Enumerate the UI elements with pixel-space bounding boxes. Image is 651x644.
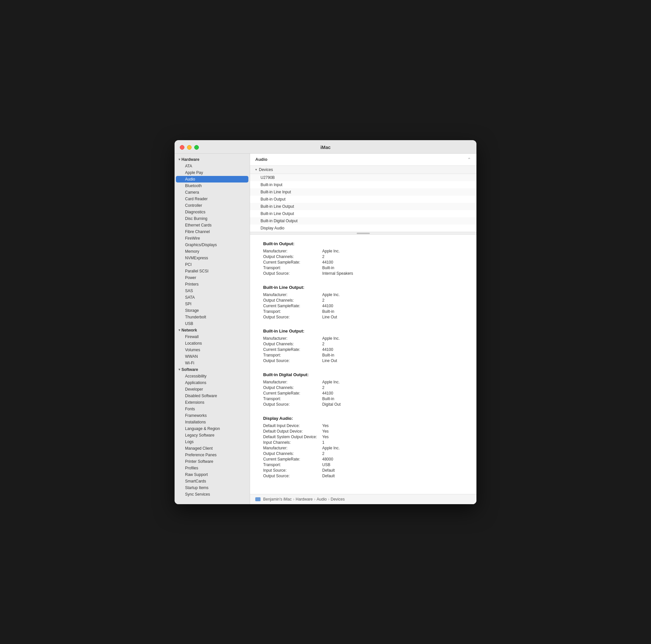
minimize-button[interactable] <box>187 145 192 150</box>
device-item[interactable]: U2790B <box>250 174 476 181</box>
detail-row: Current SampleRate:44100 <box>263 260 463 265</box>
section-header-bar: Audio ⌃ <box>250 154 476 166</box>
detail-label: Default Output Device: <box>263 429 322 434</box>
sidebar-item-sas[interactable]: SAS <box>176 287 248 294</box>
device-item[interactable]: Built-in Input <box>250 181 476 188</box>
detail-section-title: Built-in Line Output: <box>263 329 463 334</box>
sidebar-item-fibre-channel[interactable]: Fibre Channel <box>176 228 248 235</box>
devices-chevron-icon: ▾ <box>255 168 257 171</box>
sidebar-item-frameworks[interactable]: Frameworks <box>176 412 248 419</box>
detail-value: Yes <box>322 429 329 434</box>
sidebar-item-diagnostics[interactable]: Diagnostics <box>176 209 248 215</box>
sidebar-item-graphics-displays[interactable]: Graphics/Displays <box>176 242 248 248</box>
sidebar-item-accessibility[interactable]: Accessibility <box>176 373 248 379</box>
detail-row: Current SampleRate:44100 <box>263 304 463 308</box>
sidebar-item-startup-items[interactable]: Startup Items <box>176 485 248 491</box>
sidebar-item-raw-support[interactable]: Raw Support <box>176 471 248 478</box>
sidebar-section-hardware[interactable]: ▾ Hardware <box>175 156 250 163</box>
detail-value: Built-in <box>322 397 334 401</box>
detail-row: Manufacturer:Apple Inc. <box>263 336 463 341</box>
detail-value: Apple Inc. <box>322 380 340 385</box>
sidebar-item-managed-client[interactable]: Managed Client <box>176 445 248 452</box>
detail-label: Default System Output Device: <box>263 435 322 439</box>
sidebar-item-smartcards[interactable]: SmartCards <box>176 478 248 485</box>
sidebar-item-memory[interactable]: Memory <box>176 248 248 255</box>
detail-value: 44100 <box>322 391 333 396</box>
sidebar-item-ethernet-cards[interactable]: Ethernet Cards <box>176 222 248 228</box>
sidebar-item-locations[interactable]: Locations <box>176 340 248 347</box>
detail-row: Default Input Device:Yes <box>263 423 463 428</box>
detail-label: Manufacturer: <box>263 380 322 385</box>
sidebar-item-sync-services[interactable]: Sync Services <box>176 491 248 498</box>
sidebar-item-preference-panes[interactable]: Preference Panes <box>176 452 248 458</box>
maximize-button[interactable] <box>194 145 199 150</box>
sidebar-section-network[interactable]: ▾ Network <box>175 327 250 334</box>
sidebar-item-thunderbolt[interactable]: Thunderbolt <box>176 314 248 320</box>
devices-list: U2790BBuilt-in InputBuilt-in Line InputB… <box>250 174 476 232</box>
sidebar-item-printer-software[interactable]: Printer Software <box>176 458 248 465</box>
device-item[interactable]: Built-in Output <box>250 196 476 203</box>
sidebar-item-spi[interactable]: SPI <box>176 301 248 307</box>
close-button[interactable] <box>180 145 184 150</box>
device-item[interactable]: Built-in Digital Output <box>250 217 476 224</box>
sidebar-item-language---region[interactable]: Language & Region <box>176 425 248 432</box>
detail-label: Output Source: <box>263 271 322 276</box>
detail-value: Line Out <box>322 359 337 363</box>
sidebar-item-card-reader[interactable]: Card Reader <box>176 196 248 202</box>
sidebar-item-profiles[interactable]: Profiles <box>176 465 248 471</box>
devices-header[interactable]: ▾ Devices <box>250 166 476 174</box>
sidebar-item-sata[interactable]: SATA <box>176 294 248 301</box>
detail-row: Output Source:Default <box>263 473 463 478</box>
detail-value: Digital Out <box>322 402 341 407</box>
detail-value: Apple Inc. <box>322 293 340 297</box>
collapse-button[interactable]: ⌃ <box>467 157 471 162</box>
sidebar-item-developer[interactable]: Developer <box>176 386 248 393</box>
sidebar-item-apple-pay[interactable]: Apple Pay <box>176 170 248 176</box>
sidebar-item-logs[interactable]: Logs <box>176 438 248 445</box>
detail-label: Default Input Device: <box>263 423 322 428</box>
sidebar-item-camera[interactable]: Camera <box>176 189 248 196</box>
detail-row: Output Source:Line Out <box>263 359 463 363</box>
device-item[interactable]: Built-in Line Input <box>250 188 476 196</box>
detail-row: Output Channels:2 <box>263 342 463 346</box>
detail-row: Output Source:Internal Speakers <box>263 271 463 276</box>
sidebar-item-pci[interactable]: PCI <box>176 261 248 268</box>
detail-value: 2 <box>322 254 324 259</box>
sidebar-item-volumes[interactable]: Volumes <box>176 347 248 353</box>
detail-value: 2 <box>322 298 324 303</box>
sidebar-item-wi-fi[interactable]: Wi-Fi <box>176 360 248 366</box>
sidebar-item-ata[interactable]: ATA <box>176 163 248 170</box>
sidebar-item-wwan[interactable]: WWAN <box>176 353 248 360</box>
detail-label: Current SampleRate: <box>263 347 322 352</box>
sidebar-item-audio[interactable]: Audio <box>176 176 248 183</box>
detail-row: Output Channels:2 <box>263 254 463 259</box>
device-item[interactable]: Built-in Line Output <box>250 210 476 217</box>
sidebar-item-nvmexpress[interactable]: NVMExpress <box>176 255 248 261</box>
sidebar-item-storage[interactable]: Storage <box>176 307 248 314</box>
sidebar-item-applications[interactable]: Applications <box>176 379 248 386</box>
content-area: ▾ Hardware ATAApple PayAudioBluetoothCam… <box>175 154 476 504</box>
sidebar-item-legacy-software[interactable]: Legacy Software <box>176 432 248 438</box>
detail-value: Yes <box>322 423 329 428</box>
sidebar-item-firewire[interactable]: FireWire <box>176 235 248 242</box>
detail-row: Manufacturer:Apple Inc. <box>263 446 463 450</box>
sidebar-item-printers[interactable]: Printers <box>176 281 248 287</box>
sidebar-section-software[interactable]: ▾ Software <box>175 366 250 373</box>
detail-value: Apple Inc. <box>322 446 340 450</box>
sidebar-item-controller[interactable]: Controller <box>176 202 248 209</box>
sidebar-item-usb[interactable]: USB <box>176 320 248 327</box>
device-item[interactable]: Built-in Line Output <box>250 203 476 210</box>
scroll-thumb <box>357 233 370 234</box>
sidebar-item-parallel-scsi[interactable]: Parallel SCSI <box>176 268 248 274</box>
sidebar-item-firewall[interactable]: Firewall <box>176 334 248 340</box>
device-item[interactable]: Display Audio <box>250 224 476 232</box>
detail-row: Current SampleRate:48000 <box>263 457 463 461</box>
sidebar-item-fonts[interactable]: Fonts <box>176 406 248 412</box>
sidebar-item-disc-burning[interactable]: Disc Burning <box>176 215 248 222</box>
detail-value: USB <box>322 462 331 467</box>
sidebar-item-power[interactable]: Power <box>176 274 248 281</box>
sidebar-item-extensions[interactable]: Extensions <box>176 399 248 406</box>
sidebar-item-bluetooth[interactable]: Bluetooth <box>176 183 248 189</box>
sidebar-item-installations[interactable]: Installations <box>176 419 248 425</box>
sidebar-item-disabled-software[interactable]: Disabled Software <box>176 393 248 399</box>
